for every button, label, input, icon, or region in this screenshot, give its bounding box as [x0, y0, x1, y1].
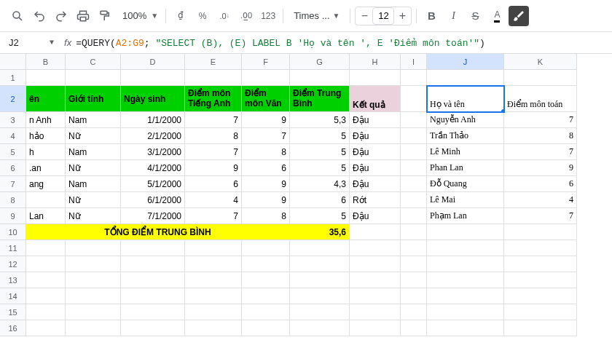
cell[interactable]: 7 [504, 112, 577, 128]
row-header[interactable]: 5 [0, 144, 26, 160]
cell[interactable]: Nữ [66, 192, 121, 208]
col-header-G[interactable]: G [290, 54, 350, 70]
header-cell[interactable]: Điểm Trung Bình [290, 86, 350, 112]
cell[interactable]: 4 [185, 192, 242, 208]
row-header[interactable]: 8 [0, 192, 26, 208]
header-cell[interactable]: Điểm môn Văn [242, 86, 290, 112]
cell[interactable]: Phan Lan [427, 160, 504, 176]
col-header-B[interactable]: B [26, 54, 66, 70]
col-header-C[interactable]: C [66, 54, 121, 70]
fill-color-btn[interactable] [509, 6, 529, 26]
col-header-D[interactable]: D [121, 54, 185, 70]
cell[interactable]: 7 [504, 144, 577, 160]
cell[interactable]: Trần Thảo [427, 128, 504, 144]
cell[interactable]: h [26, 144, 66, 160]
cell[interactable]: 6 [504, 176, 577, 192]
cell[interactable]: 6/1/2000 [121, 192, 185, 208]
header-cell[interactable]: Kết quả [350, 86, 401, 112]
cell[interactable]: 7 [185, 208, 242, 224]
cell[interactable]: Đậu [350, 112, 401, 128]
cell[interactable]: Lê Minh [427, 144, 504, 160]
row-header[interactable]: 12 [0, 256, 26, 272]
formula-input[interactable]: =QUERY(A2:G9; "SELECT (B), (E) LABEL B '… [76, 37, 606, 49]
header-cell[interactable]: Giới tính [66, 86, 121, 112]
header-cell[interactable]: Ngày sinh [121, 86, 185, 112]
cell[interactable]: 7 [185, 144, 242, 160]
cell[interactable]: .an [26, 160, 66, 176]
cell[interactable]: Nguyễn Anh [427, 112, 504, 128]
row-header[interactable]: 10 [0, 224, 26, 240]
cell[interactable]: Nữ [66, 128, 121, 144]
cell[interactable]: 7 [242, 128, 290, 144]
row-header[interactable]: 14 [0, 288, 26, 304]
row-header[interactable]: 16 [0, 320, 26, 336]
row-header[interactable]: 11 [0, 240, 26, 256]
cell[interactable]: 8 [242, 144, 290, 160]
cell[interactable]: 9 [242, 112, 290, 128]
cell[interactable]: 8 [185, 128, 242, 144]
cell[interactable]: 2/1/2000 [121, 128, 185, 144]
font-selector[interactable]: Times ... ▼ [288, 9, 345, 23]
cell[interactable]: hảo [26, 128, 66, 144]
cell[interactable]: 9 [242, 176, 290, 192]
col-header-H[interactable]: H [350, 54, 401, 70]
bold-btn[interactable]: B [421, 6, 442, 26]
strikethrough-btn[interactable]: S [465, 6, 485, 26]
cell-reference[interactable]: J2 [6, 37, 50, 48]
cell[interactable]: n Anh [26, 112, 66, 128]
text-color-btn[interactable]: A [487, 6, 507, 26]
cell[interactable] [401, 208, 427, 224]
cell[interactable]: Nam [66, 112, 121, 128]
cell[interactable]: 4 [504, 192, 577, 208]
redo-icon[interactable] [51, 6, 71, 26]
increase-font-btn[interactable]: + [393, 7, 411, 25]
cell[interactable]: 4/1/2000 [121, 160, 185, 176]
col-header-F[interactable]: F [242, 54, 290, 70]
cell[interactable]: Nữ [66, 208, 121, 224]
row-header[interactable]: 6 [0, 160, 26, 176]
header-cell[interactable]: Điểm môn Tiếng Anh [185, 86, 242, 112]
percent-btn[interactable]: % [192, 6, 213, 26]
row-header[interactable]: 4 [0, 128, 26, 144]
header-cell[interactable]: Điểm môn toán [504, 86, 577, 112]
cell[interactable]: Lê Mai [427, 192, 504, 208]
cell[interactable]: Đậu [350, 160, 401, 176]
active-cell[interactable]: Họ và tên [427, 86, 504, 112]
search-icon[interactable] [7, 6, 28, 26]
row-header[interactable]: 3 [0, 112, 26, 128]
cell[interactable] [401, 160, 427, 176]
number-format-btn[interactable]: 123 [258, 6, 278, 26]
cell[interactable]: ang [26, 176, 66, 192]
cell[interactable]: 8 [242, 208, 290, 224]
total-label[interactable]: TỔNG ĐIỂM TRUNG BÌNH [26, 224, 290, 240]
cell[interactable]: 9 [185, 160, 242, 176]
cell[interactable] [26, 192, 66, 208]
cell[interactable]: 4,3 [290, 176, 350, 192]
spreadsheet-grid[interactable]: B C D E F G H I J K 1 2 ên Giới tính Ngà… [0, 54, 612, 336]
cell[interactable]: 5,3 [290, 112, 350, 128]
cell[interactable]: 9 [504, 160, 577, 176]
cell[interactable]: Phạm Lan [427, 208, 504, 224]
cell[interactable]: 9 [242, 192, 290, 208]
cell[interactable]: 7 [185, 112, 242, 128]
col-header-E[interactable]: E [185, 54, 242, 70]
total-value[interactable]: 35,6 [290, 224, 350, 240]
row-header[interactable]: 1 [0, 70, 26, 86]
cell[interactable]: Đậu [350, 144, 401, 160]
cell[interactable]: 5 [290, 144, 350, 160]
cell[interactable]: 7/1/2000 [121, 208, 185, 224]
cell[interactable]: Đậu [350, 128, 401, 144]
italic-btn[interactable]: I [443, 6, 463, 26]
cell[interactable]: 7 [504, 208, 577, 224]
cell[interactable]: Lan [26, 208, 66, 224]
row-header[interactable]: 15 [0, 304, 26, 320]
cell[interactable]: 6 [290, 192, 350, 208]
cell[interactable] [401, 128, 427, 144]
row-header[interactable]: 13 [0, 272, 26, 288]
row-header[interactable]: 2 [0, 86, 26, 112]
cell[interactable]: Đậu [350, 208, 401, 224]
print-icon[interactable] [73, 6, 93, 26]
cell[interactable]: Nam [66, 176, 121, 192]
cell[interactable]: Rớt [350, 192, 401, 208]
cell[interactable]: 6 [242, 160, 290, 176]
